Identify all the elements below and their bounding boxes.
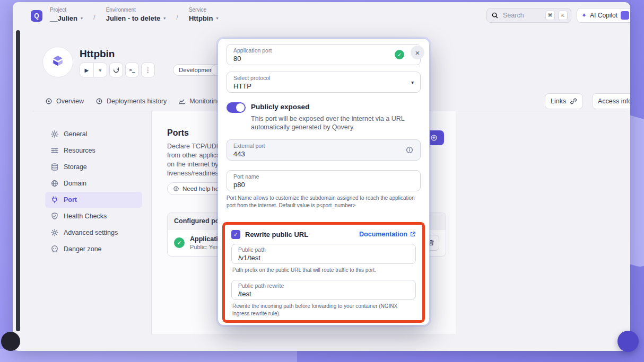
sidebar-item-port[interactable]: Port — [45, 192, 142, 208]
project-selector[interactable]: __Julien▾ — [50, 14, 83, 22]
chevron-down-icon: ▾ — [163, 16, 166, 21]
public-path-rewrite-helper: Rewrite the incoming path before forward… — [232, 303, 413, 317]
public-path-field[interactable]: Public path /v1/test — [231, 244, 416, 264]
chat-bubble-button[interactable] — [617, 331, 639, 352]
history-clock-icon — [95, 98, 103, 105]
tab-bar: Overview Deployments history Monitoring — [45, 93, 221, 109]
breadcrumb-service: Service Httpbin▾ — [189, 7, 219, 22]
info-icon — [173, 186, 179, 192]
play-button-group[interactable]: ▶ ▾ — [80, 63, 107, 77]
field-value: p80 — [233, 181, 414, 189]
sidebar-item-storage[interactable]: Storage — [45, 159, 142, 175]
gear-icon — [50, 130, 59, 138]
links-button[interactable]: Links — [545, 93, 583, 109]
publicly-exposed-toggle[interactable] — [227, 102, 246, 113]
link-icon — [570, 98, 577, 105]
field-label: Port name — [233, 173, 414, 180]
access-info-button[interactable]: Access info — [592, 93, 630, 109]
more-actions-button[interactable]: ⋮ — [141, 63, 155, 77]
breadcrumb-label: Environment — [106, 7, 166, 13]
chevron-down-icon[interactable]: ▾ — [94, 63, 107, 77]
valid-check-icon: ✓ — [395, 50, 404, 59]
page-title: Httpbin — [80, 48, 115, 60]
info-icon — [405, 146, 414, 154]
documentation-link[interactable]: Documentation — [359, 231, 416, 238]
port-name-field[interactable]: Port name p80 — [227, 170, 421, 191]
tab-label: Overview — [56, 98, 84, 105]
breadcrumb-label: Project — [50, 7, 83, 13]
field-value: /v1/test — [238, 254, 409, 262]
field-value: 80 — [233, 55, 414, 63]
sidebar-item-health-checks[interactable]: Health Checks — [45, 208, 142, 224]
sidebar-item-danger-zone[interactable]: Danger zone — [45, 241, 142, 257]
publicly-exposed-description: This port will be exposed over the inter… — [251, 114, 416, 131]
tab-overview[interactable]: Overview — [45, 98, 84, 105]
plus-circle-icon — [430, 134, 438, 142]
search-input[interactable] — [502, 11, 542, 20]
left-scrollbar[interactable] — [16, 30, 20, 331]
toggle-knob — [236, 103, 245, 112]
field-label: External port — [233, 143, 414, 149]
monitoring-chart-icon — [178, 98, 186, 105]
sidebar-item-label: General — [64, 130, 87, 138]
application-port-field[interactable]: Application port 80 ✓ — [227, 44, 421, 65]
search-box[interactable]: ⌘ K — [486, 8, 571, 23]
chevron-down-icon: ▾ — [216, 16, 218, 21]
chevron-down-icon: ▾ — [81, 16, 83, 21]
rewrite-checkbox[interactable]: ✓ — [231, 230, 240, 239]
publicly-exposed-label: Publicly exposed — [251, 103, 309, 111]
sidebar-item-general[interactable]: General — [45, 126, 142, 142]
sidebar-item-domain[interactable]: Domain — [45, 175, 142, 191]
external-port-field[interactable]: External port 443 — [227, 139, 421, 161]
edit-port-modal: × Application port 80 ✓ Select protocol … — [217, 38, 430, 325]
field-label: Public path rewrite — [238, 282, 409, 289]
sliders-icon — [50, 146, 59, 155]
play-icon[interactable]: ▶ — [80, 63, 93, 77]
sidebar-item-label: Storage — [64, 163, 87, 171]
service-avatar — [42, 47, 73, 77]
links-label: Links — [551, 98, 566, 105]
sidebar-item-resources[interactable]: Resources — [45, 143, 142, 158]
service-selector[interactable]: Httpbin▾ — [189, 14, 219, 22]
plug-icon — [50, 196, 59, 204]
sidebar-item-label: Resources — [64, 147, 95, 154]
breadcrumb: Project __Julien▾ / Environment Julien -… — [50, 7, 218, 22]
protocol-select[interactable]: Select protocol HTTP ▾ — [227, 72, 421, 93]
terminal-button[interactable]: >_ — [125, 63, 139, 77]
qovery-logo[interactable]: Q — [31, 10, 42, 22]
ai-copilot-button[interactable]: ✦ AI Copilot — [577, 8, 630, 23]
field-value: 443 — [233, 150, 414, 158]
sparkle-icon: ✦ — [581, 12, 587, 19]
skull-icon — [50, 245, 59, 253]
sidebar-item-label: Advanced settings — [64, 229, 118, 236]
breadcrumb-label: Service — [189, 7, 219, 13]
modal-close-button[interactable]: × — [411, 46, 424, 59]
background-shape — [0, 349, 297, 362]
rewrite-label: Rewrite public URL — [245, 231, 308, 239]
field-value: HTTP — [233, 82, 414, 90]
breadcrumb-separator: / — [176, 7, 178, 21]
port-name-helper: Port Name allows to customize the subdom… — [227, 195, 417, 209]
field-value: /test — [238, 290, 409, 298]
screen: Q Project __Julien▾ / Environment Julien… — [0, 0, 644, 362]
annotation-highlight: ✓ Rewrite public URL Documentation Publi… — [222, 222, 425, 323]
tab-monitoring[interactable]: Monitoring — [178, 98, 220, 105]
ports-section-title: Ports — [167, 128, 189, 138]
tab-label: Deployments history — [107, 98, 167, 105]
breadcrumb-project: Project __Julien▾ — [50, 7, 83, 22]
database-icon — [50, 163, 59, 171]
cube-icon — [50, 54, 66, 70]
external-link-icon — [410, 231, 416, 237]
breadcrumb-environment: Environment Julien - to delete▾ — [106, 7, 166, 22]
kbd-cmd: ⌘ — [545, 11, 555, 20]
tab-label: Monitoring — [189, 98, 220, 105]
overview-icon — [45, 98, 53, 105]
access-info-label: Access info — [598, 98, 630, 105]
tab-deployments-history[interactable]: Deployments history — [95, 98, 167, 105]
globe-icon — [50, 179, 59, 188]
cog-icon — [50, 228, 59, 237]
redeploy-button[interactable] — [109, 63, 123, 77]
environment-selector[interactable]: Julien - to delete▾ — [106, 14, 166, 22]
public-path-rewrite-field[interactable]: Public path rewrite /test — [231, 280, 416, 300]
sidebar-item-advanced-settings[interactable]: Advanced settings — [45, 225, 142, 241]
